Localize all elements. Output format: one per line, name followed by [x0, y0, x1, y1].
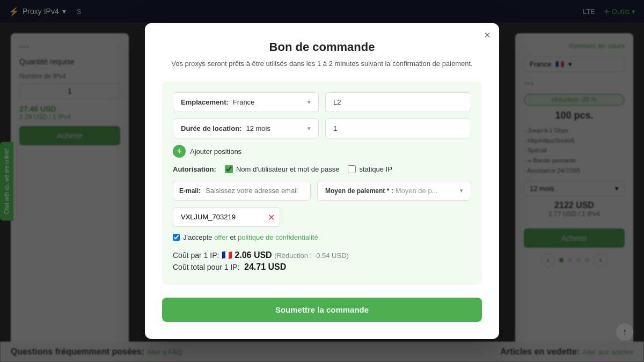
- duree-label: Durée de location:: [181, 124, 241, 132]
- cost-total-label: Coût total pour 1 IP:: [173, 263, 240, 271]
- quantity-group: [325, 119, 471, 138]
- modal-dialog: × Bon de commande Vos proxys seront prêt…: [145, 23, 499, 339]
- auth-user-checkbox[interactable]: [225, 165, 233, 173]
- coupon-clear-button[interactable]: ✕: [268, 212, 275, 222]
- cost-per-ip-value: 2.06 USD: [235, 250, 272, 260]
- cost-reduction: (Réduction : -0.54 USD): [274, 252, 349, 260]
- emplacement-value: France: [233, 98, 308, 106]
- email-label-inline: E-mail:: [179, 187, 201, 195]
- emplacement-label: Emplacement:: [181, 98, 229, 106]
- add-positions[interactable]: + Ajouter positions: [173, 145, 471, 158]
- emplacement-chevron: ▾: [308, 99, 311, 106]
- auth-user-checkbox-group: Nom d'utilisateur et mot de passe: [225, 165, 340, 173]
- form-row-location: Emplacement: France ▾: [173, 92, 471, 112]
- modal-title: Bon de commande: [162, 40, 482, 54]
- location-code-group: [325, 92, 471, 112]
- terms-text: J'accepte offer et politique de confiden…: [183, 233, 318, 241]
- terms-offer-link[interactable]: offer: [214, 233, 228, 241]
- email-payment-row: E-mail: Moyen de paiement * : Moyen de p…: [173, 181, 471, 201]
- payment-value: Moyen de p...: [396, 187, 460, 195]
- emplacement-select[interactable]: Emplacement: France ▾: [173, 92, 319, 112]
- duree-chevron: ▾: [308, 125, 311, 132]
- modal-subtitle: Vos proxys seront prêts à être utilisés …: [162, 58, 482, 69]
- payment-label: Moyen de paiement * :: [325, 187, 393, 195]
- modal-form: Emplacement: France ▾ Durée de location:…: [162, 82, 482, 285]
- form-row-duration: Durée de location: 12 mois ▾: [173, 119, 471, 138]
- terms-privacy-link[interactable]: politique de confidentialité: [238, 233, 318, 241]
- duree-select[interactable]: Durée de location: 12 mois ▾: [173, 119, 319, 138]
- duree-group: Durée de location: 12 mois ▾: [173, 119, 319, 138]
- auth-ip-checkbox-group: statique IP: [348, 165, 392, 173]
- auth-ip-checkbox[interactable]: [348, 165, 356, 173]
- auth-ip-label: statique IP: [359, 165, 392, 173]
- email-wrapper: E-mail:: [173, 181, 311, 201]
- auth-row: Autorisation: Nom d'utilisateur et mot d…: [173, 165, 471, 173]
- payment-chevron: ▾: [460, 187, 463, 194]
- cost-per-ip-row: Coût par 1 IP: 🇫🇷 2.06 USD (Réduction : …: [173, 250, 471, 260]
- modal-overlay: × Bon de commande Vos proxys seront prêt…: [0, 0, 644, 362]
- cost-total-value: 24.71 USD: [244, 262, 286, 271]
- terms-row: J'accepte offer et politique de confiden…: [173, 233, 471, 241]
- coupon-input[interactable]: [173, 207, 280, 227]
- add-positions-label: Ajouter positions: [190, 147, 241, 156]
- duree-value: 12 mois: [246, 124, 308, 132]
- cost-flag: 🇫🇷: [222, 250, 235, 260]
- add-positions-icon: +: [173, 145, 186, 158]
- location-code-input[interactable]: [325, 92, 471, 112]
- quantity-input[interactable]: [325, 119, 471, 138]
- coupon-wrapper: ✕: [173, 207, 280, 227]
- auth-label: Autorisation:: [173, 165, 216, 173]
- modal-close-button[interactable]: ×: [484, 29, 491, 40]
- emplacement-group: Emplacement: France ▾: [173, 92, 319, 112]
- cost-total-row: Coût total pour 1 IP: 24.71 USD: [173, 262, 471, 272]
- coupon-row: ✕: [173, 207, 471, 227]
- payment-select[interactable]: Moyen de paiement * : Moyen de p... ▾: [317, 181, 471, 201]
- cost-per-ip-label: Coût par 1 IP:: [173, 251, 219, 260]
- auth-user-label: Nom d'utilisateur et mot de passe: [236, 165, 340, 173]
- submit-button[interactable]: Soumettre la commande: [162, 298, 482, 322]
- terms-checkbox[interactable]: [173, 234, 180, 241]
